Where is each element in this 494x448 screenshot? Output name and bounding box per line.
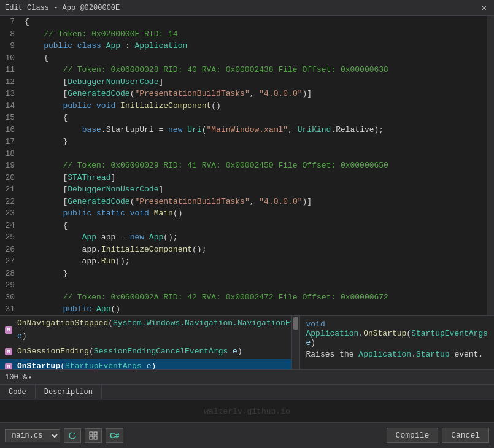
code-content[interactable]: 7{8 // Token: 0x0200000E RID: 149 public… (0, 16, 487, 315)
zoom-dropdown-icon[interactable]: ▾ (28, 374, 32, 381)
method-icon: M (4, 347, 14, 357)
line-number: 21 (5, 183, 25, 196)
code-line: 20 [STAThread] (5, 172, 482, 184)
line-number: 15 (5, 112, 25, 124)
zoom-value: 100 % (5, 373, 27, 382)
line-number: 10 (5, 52, 25, 64)
line-number: 20 (5, 172, 25, 184)
line-content: app.InitializeComponent(); (25, 244, 482, 256)
code-line: 14 public void InitializeComponent() (5, 100, 482, 112)
code-line: 13 [GeneratedCode("PresentationBuildTask… (5, 88, 482, 100)
compile-button[interactable]: Compile (387, 428, 439, 443)
code-line: 10 { (5, 52, 482, 64)
line-content: [GeneratedCode("PresentationBuildTasks",… (25, 88, 482, 100)
svg-rect-2 (94, 432, 97, 435)
line-number: 9 (5, 40, 25, 52)
line-number: 29 (5, 279, 25, 292)
grid-button[interactable] (85, 428, 102, 443)
autocomplete-item[interactable]: MOnNavigationStopped(System.Windows.Navi… (0, 316, 291, 344)
autocomplete-item-label: OnNavigationStopped(System.Windows.Navig… (17, 317, 292, 343)
autocomplete-item[interactable]: MOnSessionEnding(SessionEndingCancelEven… (0, 344, 291, 360)
line-number: 24 (5, 220, 25, 232)
line-number: 22 (5, 196, 25, 208)
line-number: 18 (5, 148, 25, 160)
line-number: 8 (5, 28, 25, 41)
svg-marker-0 (73, 433, 75, 434)
line-content: { (25, 112, 482, 124)
grid-icon (89, 431, 98, 440)
code-line: 19 // Token: 0x06000029 RID: 41 RVA: 0x0… (5, 160, 482, 172)
line-content: public void InitializeComponent() (25, 100, 482, 112)
line-number: 13 (5, 88, 25, 100)
autocomplete-panel: MOnNavigationStopped(System.Windows.Navi… (0, 315, 494, 369)
cancel-button[interactable]: Cancel (442, 428, 489, 443)
code-line: 25 App app = new App(); (5, 231, 482, 244)
vertical-scrollbar[interactable] (487, 16, 494, 315)
line-content: } (25, 268, 482, 280)
code-line: 29 (5, 279, 482, 292)
line-number: 26 (5, 244, 25, 256)
autocomplete-scrollbar-thumb (293, 317, 298, 330)
line-content: [STAThread] (25, 172, 482, 184)
code-line: 27 app.Run(); (5, 255, 482, 268)
line-content: App app = new App(); (25, 231, 482, 244)
line-content: base.StartupUri = new Uri("MainWindow.xa… (25, 124, 482, 136)
line-number: 27 (5, 255, 25, 268)
bottom-tabs: Code Description (0, 384, 494, 400)
line-number: 30 (5, 292, 25, 304)
close-button[interactable]: ✕ (479, 2, 489, 13)
code-line: 26 app.InitializeComponent(); (5, 244, 482, 256)
line-number: 11 (5, 64, 25, 76)
svg-rect-3 (90, 436, 93, 439)
method-icon: M (4, 362, 14, 369)
detail-signature: void Application.OnStartup(StartupEventA… (306, 320, 488, 347)
title-text: Edit Class - App @0200000E (5, 4, 120, 12)
code-line: 17 } (5, 136, 482, 148)
line-content: { (25, 52, 482, 64)
autocomplete-item[interactable]: MOnStartup(StartupEventArgs e) (0, 359, 291, 369)
code-line: 30 // Token: 0x0600002A RID: 42 RVA: 0x0… (5, 292, 482, 304)
code-line: 16 base.StartupUri = new Uri("MainWindow… (5, 124, 482, 136)
line-content: // Token: 0x06000028 RID: 40 RVA: 0x0000… (25, 64, 482, 76)
line-content: // Token: 0x0200000E RID: 14 (25, 28, 482, 41)
code-line: 9 public class App : Application (5, 40, 482, 52)
line-number: 12 (5, 76, 25, 88)
code-area: 7{8 // Token: 0x0200000E RID: 149 public… (0, 16, 494, 315)
code-line: 15 { (5, 112, 482, 124)
line-content: [DebuggerNonUserCode] (25, 76, 482, 88)
autocomplete-scrollbar[interactable] (292, 316, 299, 369)
bottom-bar: main.cs C# Compile Cancel (0, 422, 494, 448)
code-line: 8 // Token: 0x0200000E RID: 14 (5, 28, 482, 41)
file-selector[interactable]: main.cs (5, 429, 60, 442)
code-line: 12 [DebuggerNonUserCode] (5, 76, 482, 88)
refresh-button[interactable] (64, 428, 81, 443)
line-content: [DebuggerNonUserCode] (25, 183, 482, 196)
line-content (25, 279, 482, 292)
csharp-button[interactable]: C# (106, 428, 123, 443)
autocomplete-list: MOnNavigationStopped(System.Windows.Navi… (0, 316, 292, 369)
line-number: 14 (5, 100, 25, 112)
detail-description: Raises the Application.Startup event. (306, 350, 488, 359)
line-number: 25 (5, 231, 25, 244)
code-line: 28 } (5, 268, 482, 280)
autocomplete-item-label: OnStartup(StartupEventArgs e) (17, 360, 156, 369)
watermark: walterlv.github.io (0, 400, 494, 422)
code-line: 18 (5, 148, 482, 160)
line-number: 31 (5, 303, 25, 315)
line-number: 23 (5, 207, 25, 220)
refresh-icon (68, 431, 77, 440)
title-bar: Edit Class - App @0200000E ✕ (0, 0, 494, 16)
line-content: public class App : Application (25, 40, 482, 52)
tab-description[interactable]: Description (36, 385, 102, 399)
line-number: 19 (5, 160, 25, 172)
tab-code[interactable]: Code (0, 385, 36, 399)
code-line: 11 // Token: 0x06000028 RID: 40 RVA: 0x0… (5, 64, 482, 76)
code-line: 31 public App() (5, 303, 482, 315)
line-content (25, 148, 482, 160)
code-line: 23 public static void Main() (5, 207, 482, 220)
svg-rect-4 (94, 436, 97, 439)
line-number: 7 (5, 16, 25, 28)
code-line: 22 [GeneratedCode("PresentationBuildTask… (5, 196, 482, 208)
method-icon: M (4, 325, 14, 335)
line-content: { (25, 16, 482, 28)
